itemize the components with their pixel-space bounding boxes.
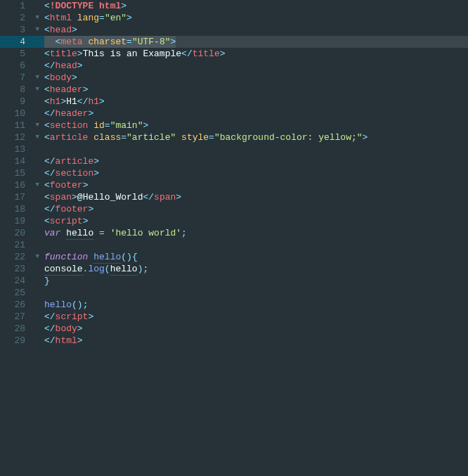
code-line[interactable]: <section id="main"> <box>44 120 468 131</box>
gutter-line[interactable]: 4 <box>0 36 44 48</box>
line-number: 28 <box>14 323 32 335</box>
code-line[interactable]: </footer> <box>44 203 468 215</box>
gutter-line[interactable]: 8▼ <box>0 84 44 96</box>
line-number: 23 <box>14 263 32 275</box>
line-gutter: 12▼3▼4567▼8▼91011▼12▼13141516▼1718192021… <box>0 0 44 347</box>
line-number: 12 <box>14 131 32 143</box>
line-number: 16 <box>14 179 32 191</box>
gutter-line[interactable]: 23 <box>0 263 44 275</box>
line-number: 27 <box>14 311 32 323</box>
gutter-line[interactable]: 5 <box>0 48 44 60</box>
code-line[interactable]: <title>This is an Example</title> <box>44 48 468 60</box>
gutter-line[interactable]: 26 <box>0 299 44 311</box>
line-number: 29 <box>14 335 32 347</box>
code-line[interactable]: </head> <box>44 60 468 72</box>
line-number: 22 <box>14 251 32 263</box>
code-line[interactable]: var hello = 'hello world'; <box>44 227 468 239</box>
gutter-line[interactable]: 6 <box>0 60 44 72</box>
line-number: 4 <box>20 36 32 48</box>
code-line[interactable]: </article> <box>44 155 468 167</box>
fold-icon[interactable]: ▼ <box>32 72 39 84</box>
line-number: 9 <box>20 96 32 108</box>
gutter-line[interactable]: 12▼ <box>0 131 44 143</box>
gutter-line[interactable]: 10 <box>0 108 44 120</box>
code-line[interactable] <box>44 239 468 251</box>
gutter-line[interactable]: 17 <box>0 191 44 203</box>
code-line[interactable]: <article class="article" style="backgrou… <box>44 131 468 143</box>
gutter-line[interactable]: 27 <box>0 311 44 323</box>
line-number: 17 <box>14 191 32 203</box>
line-number: 20 <box>14 227 32 239</box>
gutter-line[interactable]: 7▼ <box>0 72 44 84</box>
code-line[interactable]: function hello(){ <box>44 251 468 263</box>
line-number: 25 <box>14 287 32 299</box>
code-line[interactable] <box>44 287 468 299</box>
code-line[interactable]: </header> <box>44 108 468 120</box>
gutter-line[interactable]: 18 <box>0 203 44 215</box>
gutter-line[interactable]: 24 <box>0 275 44 287</box>
gutter-line[interactable]: 19 <box>0 215 44 227</box>
line-number: 5 <box>20 48 32 60</box>
gutter-line[interactable]: 11▼ <box>0 120 44 131</box>
line-number: 1 <box>20 0 32 12</box>
gutter-line[interactable]: 13 <box>0 143 44 155</box>
fold-icon[interactable]: ▼ <box>32 120 39 131</box>
gutter-line[interactable]: 20 <box>0 227 44 239</box>
fold-icon[interactable]: ▼ <box>32 179 39 191</box>
code-line[interactable]: </html> <box>44 335 468 347</box>
code-line[interactable]: <footer> <box>44 179 468 191</box>
gutter-line[interactable]: 2▼ <box>0 12 44 24</box>
line-number: 21 <box>14 239 32 251</box>
gutter-line[interactable]: 16▼ <box>0 179 44 191</box>
gutter-line[interactable]: 1 <box>0 0 44 12</box>
code-line[interactable]: <!DOCTYPE html> <box>44 0 468 12</box>
line-number: 11 <box>14 120 32 131</box>
code-area[interactable]: <!DOCTYPE html> <html lang="en"> <head> … <box>44 0 468 347</box>
line-number: 14 <box>14 155 32 167</box>
code-editor[interactable]: 12▼3▼4567▼8▼91011▼12▼13141516▼1718192021… <box>0 0 468 347</box>
code-line[interactable]: <html lang="en"> <box>44 12 468 24</box>
code-line[interactable]: <script> <box>44 215 468 227</box>
code-line[interactable]: <h1>H1</h1> <box>44 96 468 108</box>
gutter-line[interactable]: 9 <box>0 96 44 108</box>
code-line[interactable]: </script> <box>44 311 468 323</box>
gutter-line[interactable]: 29 <box>0 335 44 347</box>
line-number: 26 <box>14 299 32 311</box>
line-number: 24 <box>14 275 32 287</box>
gutter-line[interactable]: 28 <box>0 323 44 335</box>
line-number: 3 <box>20 24 32 36</box>
code-line[interactable]: } <box>44 275 468 287</box>
line-number: 19 <box>14 215 32 227</box>
code-line[interactable]: <span>@Hello_World</span> <box>44 191 468 203</box>
code-line[interactable]: </section> <box>44 167 468 179</box>
code-line[interactable]: </body> <box>44 323 468 335</box>
code-line-active[interactable]: <meta charset="UTF-8"> <box>44 36 468 48</box>
gutter-line[interactable]: 21 <box>0 239 44 251</box>
gutter-line[interactable]: 15 <box>0 167 44 179</box>
code-line[interactable]: hello(); <box>44 299 468 311</box>
line-number: 6 <box>20 60 32 72</box>
code-line[interactable] <box>44 143 468 155</box>
gutter-line[interactable]: 3▼ <box>0 24 44 36</box>
gutter-line[interactable]: 14 <box>0 155 44 167</box>
code-line[interactable]: console.log(hello); <box>44 263 468 275</box>
fold-icon[interactable]: ▼ <box>32 12 39 24</box>
code-line[interactable]: <header> <box>44 84 468 96</box>
line-number: 8 <box>20 84 32 96</box>
gutter-line[interactable]: 25 <box>0 287 44 299</box>
fold-icon[interactable]: ▼ <box>32 84 39 96</box>
fold-icon[interactable]: ▼ <box>32 251 39 263</box>
code-line[interactable]: <body> <box>44 72 468 84</box>
line-number: 18 <box>14 203 32 215</box>
gutter-line[interactable]: 22▼ <box>0 251 44 263</box>
line-number: 10 <box>14 108 32 120</box>
line-number: 15 <box>14 167 32 179</box>
line-number: 7 <box>20 72 32 84</box>
line-number: 13 <box>14 143 32 155</box>
fold-icon[interactable]: ▼ <box>32 24 39 36</box>
fold-icon[interactable]: ▼ <box>32 131 39 143</box>
code-line[interactable]: <head> <box>44 24 468 36</box>
line-number: 2 <box>20 12 32 24</box>
